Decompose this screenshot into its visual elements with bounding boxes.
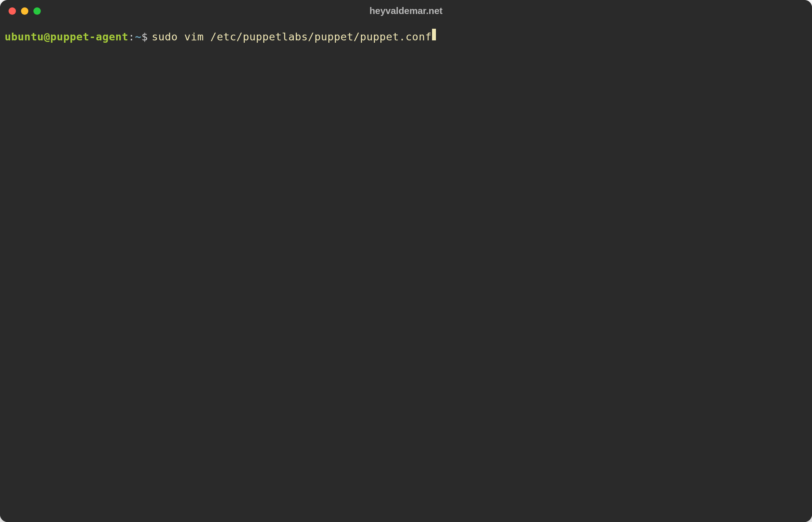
zoom-button[interactable] <box>33 7 41 15</box>
minimize-button[interactable] <box>21 7 28 15</box>
traffic-lights <box>9 7 41 15</box>
prompt-separator: : <box>128 30 135 44</box>
cursor-icon <box>432 29 436 40</box>
window-title: heyvaldemar.net <box>369 5 443 16</box>
title-bar: heyvaldemar.net <box>0 0 812 22</box>
command-input-text[interactable]: sudo vim /etc/puppetlabs/puppet/puppet.c… <box>152 30 431 44</box>
prompt-line: ubuntu@puppet-agent:~$sudo vim /etc/pupp… <box>5 29 807 44</box>
terminal-window: heyvaldemar.net ubuntu@puppet-agent:~$su… <box>0 0 812 522</box>
close-button[interactable] <box>9 7 16 15</box>
prompt-path: ~ <box>135 30 141 44</box>
prompt-user-host: ubuntu@puppet-agent <box>5 30 128 44</box>
prompt-symbol: $ <box>141 30 148 44</box>
terminal-body[interactable]: ubuntu@puppet-agent:~$sudo vim /etc/pupp… <box>0 22 812 522</box>
